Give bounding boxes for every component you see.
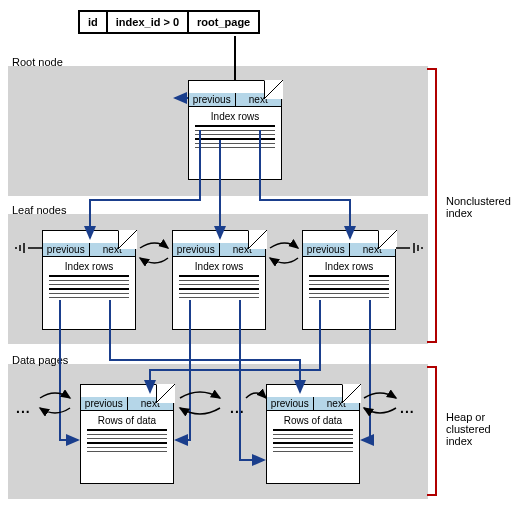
data-lines bbox=[43, 275, 135, 298]
data-band bbox=[8, 364, 428, 499]
prev-cell: previous bbox=[267, 397, 314, 410]
ellipsis-right: ... bbox=[400, 400, 415, 416]
page-caption: Rows of data bbox=[267, 415, 359, 426]
ellipsis-mid: ... bbox=[230, 400, 245, 416]
leaf-page-3: previousnext Index rows bbox=[302, 230, 396, 330]
bracket-nonclustered bbox=[435, 68, 437, 343]
page-fold-icon bbox=[156, 384, 174, 402]
page-caption: Rows of data bbox=[81, 415, 173, 426]
leaf-page-2: previousnext Index rows bbox=[172, 230, 266, 330]
data-lines bbox=[267, 429, 359, 452]
data-lines bbox=[189, 125, 281, 148]
data-lines bbox=[303, 275, 395, 298]
data-page-2: previousnext Rows of data bbox=[266, 384, 360, 484]
data-page-1: previousnext Rows of data bbox=[80, 384, 174, 484]
prev-cell: previous bbox=[43, 243, 90, 256]
schema-header: id index_id > 0 root_page bbox=[78, 10, 260, 34]
prev-cell: previous bbox=[189, 93, 236, 106]
prev-cell: previous bbox=[173, 243, 220, 256]
page-fold-icon bbox=[248, 230, 266, 248]
col-root-page: root_page bbox=[189, 12, 258, 32]
data-label: Data pages bbox=[12, 354, 68, 366]
page-caption: Index rows bbox=[173, 261, 265, 272]
col-index-id: index_id > 0 bbox=[108, 12, 189, 32]
ellipsis-left: ... bbox=[16, 400, 31, 416]
page-caption: Index rows bbox=[189, 111, 281, 122]
page-fold-icon bbox=[118, 230, 136, 248]
data-lines bbox=[81, 429, 173, 452]
label-nonclustered: Nonclusteredindex bbox=[446, 195, 511, 219]
page-caption: Index rows bbox=[43, 261, 135, 272]
leaf-page-1: previousnext Index rows bbox=[42, 230, 136, 330]
root-label: Root node bbox=[12, 56, 63, 68]
leaf-label: Leaf nodes bbox=[12, 204, 66, 216]
page-fold-icon bbox=[264, 80, 282, 98]
page-fold-icon bbox=[342, 384, 360, 402]
bracket-heap bbox=[435, 366, 437, 496]
data-lines bbox=[173, 275, 265, 298]
page-fold-icon bbox=[378, 230, 396, 248]
label-heap: Heap orclusteredindex bbox=[446, 411, 491, 447]
root-page: previousnext Index rows bbox=[188, 80, 282, 180]
page-caption: Index rows bbox=[303, 261, 395, 272]
prev-cell: previous bbox=[303, 243, 350, 256]
col-id: id bbox=[80, 12, 108, 32]
prev-cell: previous bbox=[81, 397, 128, 410]
